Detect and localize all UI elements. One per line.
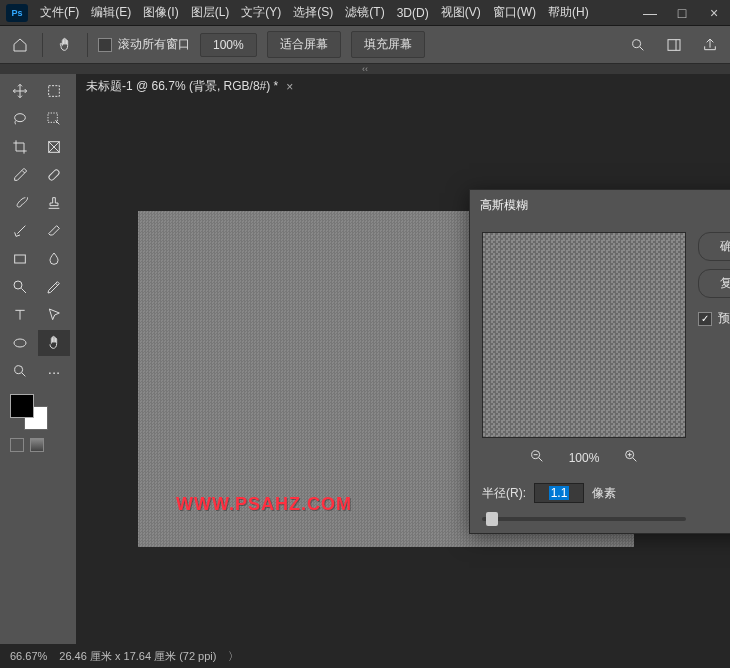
menu-layer[interactable]: 图层(L) (185, 0, 236, 25)
blur-tool[interactable] (38, 246, 70, 272)
more-tools[interactable]: ··· (38, 358, 70, 384)
quickmask-icon[interactable] (10, 438, 24, 452)
foreground-swatch[interactable] (10, 394, 34, 418)
search-icon[interactable] (626, 33, 650, 57)
menu-file[interactable]: 文件(F) (34, 0, 85, 25)
svg-rect-2 (49, 86, 60, 97)
eyedropper-tool[interactable] (4, 162, 36, 188)
document-tab[interactable]: 未标题-1 @ 66.7% (背景, RGB/8#) * × (76, 74, 303, 98)
divider (87, 33, 88, 57)
preview-zoom-label: 100% (569, 451, 600, 465)
close-button[interactable]: × (698, 0, 730, 26)
eraser-tool[interactable] (38, 218, 70, 244)
dialog-title: 高斯模糊 (480, 197, 528, 214)
home-icon[interactable] (8, 33, 32, 57)
options-bar: 滚动所有窗口 100% 适合屏幕 填充屏幕 (0, 26, 730, 64)
history-brush-tool[interactable] (4, 218, 36, 244)
tab-close-icon[interactable]: × (286, 80, 293, 94)
title-bar: Ps 文件(F) 编辑(E) 图像(I) 图层(L) 文字(Y) 选择(S) 滤… (0, 0, 730, 26)
divider (42, 33, 43, 57)
minimize-button[interactable]: — (634, 0, 666, 26)
zoom-100-button[interactable]: 100% (200, 33, 257, 57)
panel-collapse-strip[interactable] (0, 64, 730, 74)
status-dimensions[interactable]: 26.46 厘米 x 17.64 厘米 (72 ppi) (59, 649, 216, 664)
zoom-in-icon[interactable] (623, 448, 639, 467)
screenmode-icon[interactable] (30, 438, 44, 452)
status-bar: 66.67% 26.46 厘米 x 17.64 厘米 (72 ppi) 〉 (0, 644, 730, 668)
lasso-tool[interactable] (4, 106, 36, 132)
menu-edit[interactable]: 编辑(E) (85, 0, 137, 25)
svg-rect-6 (48, 169, 60, 181)
workspace-icon[interactable] (662, 33, 686, 57)
preview-checkbox[interactable]: ✓ 预览(P) (698, 310, 730, 327)
status-zoom[interactable]: 66.67% (10, 650, 47, 662)
menu-view[interactable]: 视图(V) (435, 0, 487, 25)
maximize-button[interactable]: □ (666, 0, 698, 26)
menu-type[interactable]: 文字(Y) (235, 0, 287, 25)
menu-filter[interactable]: 滤镜(T) (339, 0, 390, 25)
radius-slider[interactable] (482, 517, 686, 521)
move-tool[interactable] (4, 78, 36, 104)
hand-tool-icon[interactable] (53, 33, 77, 57)
svg-point-0 (633, 39, 641, 47)
crop-tool[interactable] (4, 134, 36, 160)
menu-window[interactable]: 窗口(W) (487, 0, 542, 25)
checkbox-icon[interactable] (98, 38, 112, 52)
frame-tool[interactable] (38, 134, 70, 160)
canvas-area: 未标题-1 @ 66.7% (背景, RGB/8#) * × WWW.PSAHZ… (76, 74, 730, 644)
preview-image[interactable] (482, 232, 686, 438)
svg-rect-1 (668, 39, 680, 50)
marquee-tool[interactable] (38, 78, 70, 104)
path-select-tool[interactable] (38, 302, 70, 328)
hand-tool[interactable] (38, 330, 70, 356)
healing-tool[interactable] (38, 162, 70, 188)
svg-point-3 (15, 114, 26, 122)
slider-thumb[interactable] (486, 512, 498, 526)
pen-tool[interactable] (38, 274, 70, 300)
checkbox-checked-icon[interactable]: ✓ (698, 312, 712, 326)
color-swatches[interactable] (4, 392, 72, 432)
shape-tool[interactable] (4, 330, 36, 356)
share-icon[interactable] (698, 33, 722, 57)
dodge-tool[interactable] (4, 274, 36, 300)
menu-select[interactable]: 选择(S) (287, 0, 339, 25)
svg-point-9 (14, 339, 26, 347)
zoom-out-icon[interactable] (529, 448, 545, 467)
menu-3d[interactable]: 3D(D) (391, 2, 435, 24)
ps-logo: Ps (6, 4, 28, 22)
tab-title: 未标题-1 @ 66.7% (背景, RGB/8#) * (86, 78, 278, 95)
type-tool[interactable] (4, 302, 36, 328)
radius-input[interactable]: 1.1 (534, 483, 584, 503)
scroll-all-option[interactable]: 滚动所有窗口 (98, 36, 190, 53)
reset-button[interactable]: 复位 (698, 269, 730, 298)
watermark-text: WWW.PSAHZ.COM (176, 494, 352, 515)
zoom-tool[interactable] (4, 358, 36, 384)
menu-image[interactable]: 图像(I) (137, 0, 184, 25)
quick-select-tool[interactable] (38, 106, 70, 132)
gaussian-blur-dialog: 高斯模糊 × 100% 半径(R): 1.1 像素 (469, 189, 730, 534)
toolbox: ··· (0, 74, 76, 644)
radius-label: 半径(R): (482, 485, 526, 502)
scroll-all-label: 滚动所有窗口 (118, 36, 190, 53)
stamp-tool[interactable] (38, 190, 70, 216)
preview-label: 预览(P) (718, 310, 730, 327)
svg-rect-7 (15, 255, 26, 263)
brush-tool[interactable] (4, 190, 36, 216)
fill-screen-button[interactable]: 填充屏幕 (351, 31, 425, 58)
gradient-tool[interactable] (4, 246, 36, 272)
ok-button[interactable]: 确定 (698, 232, 730, 261)
dialog-titlebar[interactable]: 高斯模糊 × (470, 190, 730, 220)
svg-point-8 (14, 281, 22, 289)
fit-screen-button[interactable]: 适合屏幕 (267, 31, 341, 58)
status-chevron-icon[interactable]: 〉 (228, 649, 239, 664)
radius-unit: 像素 (592, 485, 616, 502)
menu-help[interactable]: 帮助(H) (542, 0, 595, 25)
svg-point-10 (15, 366, 23, 374)
